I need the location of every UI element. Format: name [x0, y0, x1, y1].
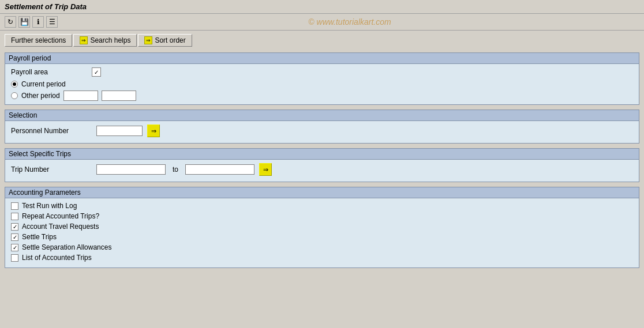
payroll-area-row: Payroll area ✓	[11, 67, 633, 77]
settle-trips-label: Settle Trips	[22, 233, 57, 241]
other-period-row: Other period	[11, 91, 633, 101]
trip-number-row: Trip Number to ⇒	[11, 163, 633, 176]
to-label: to	[173, 165, 178, 174]
selection-header: Selection	[5, 110, 639, 121]
account-travel-checkbox[interactable]	[11, 223, 18, 231]
personnel-number-label: Personnel Number	[11, 127, 92, 135]
title-bar: Settlement of Trip Data	[0, 0, 644, 14]
list-accounted-row: List of Accounted Trips	[11, 254, 633, 262]
sort-order-arrow-icon: ⇒	[144, 36, 152, 44]
period-radio-group: Current period Other period	[11, 80, 633, 101]
test-run-checkbox[interactable]	[11, 202, 18, 210]
settle-trips-row: Settle Trips	[11, 233, 633, 241]
settle-separation-checkbox[interactable]	[11, 244, 18, 251]
trip-number-from-input[interactable]	[96, 164, 166, 175]
save-icon[interactable]: 💾	[18, 16, 30, 28]
action-bar: Further selections ⇒ Search helps ⇒ Sort…	[0, 31, 644, 50]
payroll-area-checkbox[interactable]: ✓	[92, 67, 101, 77]
personnel-number-row: Personnel Number ⇒	[11, 125, 633, 137]
test-run-row: Test Run with Log	[11, 202, 633, 210]
other-period-input-2[interactable]	[102, 91, 136, 101]
list-accounted-checkbox[interactable]	[11, 254, 18, 262]
page-title: Settlement of Trip Data	[5, 2, 87, 11]
accounting-parameters-header: Accounting Parameters	[5, 187, 639, 198]
menu-icon[interactable]: ☰	[46, 16, 58, 28]
account-travel-row: Account Travel Requests	[11, 223, 633, 231]
payroll-area-label: Payroll area	[11, 68, 92, 76]
further-selections-label: Further selections	[11, 36, 66, 44]
account-travel-label: Account Travel Requests	[22, 223, 99, 231]
other-period-label: Other period	[21, 92, 60, 100]
current-period-label: Current period	[21, 80, 66, 88]
watermark: © www.tutorialkart.com	[60, 17, 639, 27]
main-content: Payroll period Payroll area ✓ Current pe…	[0, 50, 644, 275]
toolbar: ↻ 💾 ℹ ☰ © www.tutorialkart.com	[0, 14, 644, 31]
settle-trips-checkbox[interactable]	[11, 233, 18, 241]
selection-body: Personnel Number ⇒	[5, 121, 639, 144]
trip-number-nav-button[interactable]: ⇒	[259, 163, 272, 176]
payroll-period-body: Payroll area ✓ Current period Other peri…	[5, 64, 639, 105]
settle-separation-row: Settle Separation Allowances	[11, 243, 633, 251]
repeat-accounted-label: Repeat Accounted Trips?	[22, 212, 99, 220]
search-helps-label: Search helps	[90, 36, 130, 44]
repeat-accounted-row: Repeat Accounted Trips?	[11, 212, 633, 220]
personnel-number-input[interactable]	[96, 126, 143, 136]
list-accounted-label: List of Accounted Trips	[22, 254, 92, 262]
payroll-period-section: Payroll period Payroll area ✓ Current pe…	[5, 52, 639, 105]
test-run-label: Test Run with Log	[22, 202, 77, 210]
select-specific-trips-section: Select Specific Trips Trip Number to ⇒	[5, 148, 639, 182]
selection-section: Selection Personnel Number ⇒	[5, 110, 639, 144]
other-period-radio[interactable]	[11, 92, 18, 99]
select-specific-trips-body: Trip Number to ⇒	[5, 160, 639, 182]
select-specific-trips-header: Select Specific Trips	[5, 148, 639, 160]
accounting-parameters-body: Test Run with Log Repeat Accounted Trips…	[5, 198, 639, 268]
settle-separation-label: Settle Separation Allowances	[22, 243, 111, 251]
trip-number-to-input[interactable]	[185, 164, 254, 175]
repeat-accounted-checkbox[interactable]	[11, 213, 18, 220]
personnel-number-nav-button[interactable]: ⇒	[147, 125, 160, 137]
payroll-period-header: Payroll period	[5, 52, 639, 64]
accounting-parameters-section: Accounting Parameters Test Run with Log …	[5, 187, 639, 268]
back-icon[interactable]: ↻	[5, 16, 16, 28]
current-period-radio[interactable]	[11, 81, 18, 88]
search-helps-button[interactable]: ⇒ Search helps	[73, 34, 137, 47]
other-period-input-1[interactable]	[63, 91, 98, 101]
search-helps-arrow-icon: ⇒	[80, 36, 88, 44]
sort-order-label: Sort order	[155, 36, 185, 44]
further-selections-button[interactable]: Further selections	[5, 34, 72, 47]
sort-order-button[interactable]: ⇒ Sort order	[138, 34, 192, 47]
trip-number-label: Trip Number	[11, 165, 92, 174]
current-period-row: Current period	[11, 80, 633, 88]
info-icon[interactable]: ℹ	[32, 16, 44, 28]
